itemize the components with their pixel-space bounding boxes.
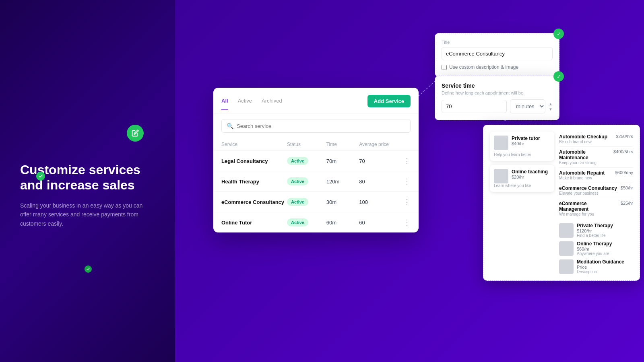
price-val-3: 60	[359, 220, 398, 226]
green-dot-pencil	[127, 125, 144, 142]
custom-desc-checkbox[interactable]	[442, 65, 447, 70]
col-service: Service	[221, 142, 287, 147]
time-val-3: 60m	[326, 220, 359, 226]
table-row: Health Therapy Active 120m 80 ⋮	[213, 171, 419, 191]
meditation-thumbnail	[559, 259, 574, 274]
tabs-container: All Active Archived Add Service	[213, 88, 419, 113]
online-teaching-desc: Learn where you like	[494, 183, 550, 188]
service-name-0: Legal Consultancy	[221, 158, 287, 164]
search-icon: 🔍	[227, 123, 233, 129]
bottom-thumbnail-list: Private Therapy $120/hr Find a better li…	[559, 223, 633, 274]
time-value-input[interactable]	[442, 100, 507, 113]
time-val-0: 70m	[326, 158, 359, 164]
service-time-card: ✓ Service time Define how long each appo…	[435, 76, 559, 120]
time-val-2: 30m	[326, 199, 359, 205]
online-therapy-thumbnail	[559, 241, 574, 256]
sli-price-4: $25/hr	[621, 201, 633, 206]
table-row: eCommerce Consultancy Active 30m 100 ⋮	[213, 191, 419, 212]
left-panel: Customize services and increase sales Sc…	[0, 0, 175, 362]
status-badge-0: Active	[287, 157, 308, 165]
private-therapy-thumbnail	[559, 223, 574, 238]
time-val-1: 120m	[326, 179, 359, 185]
col-price: Average price	[359, 142, 398, 147]
private-tutor-desc: Help you learn better	[494, 152, 550, 157]
sli-desc-2: Make it brand new	[559, 176, 605, 180]
sli-desc-0: Be rich brand new	[559, 140, 607, 144]
rbl-item-2: Meditation Guidance Price Description	[559, 259, 633, 274]
sli-desc-1: Keep your car strong	[559, 160, 610, 165]
sli-name-0: Automobile Checkup	[559, 134, 607, 140]
sli-name-4: eCommerce Management	[559, 201, 617, 212]
title-input[interactable]	[442, 47, 553, 60]
service-time-desc: Define how long each appointment will be…	[442, 90, 553, 95]
price-val-2: 100	[359, 199, 398, 205]
tab-all[interactable]: All	[221, 98, 228, 110]
online-therapy-price: $60/hr	[577, 247, 612, 251]
status-badge-1: Active	[287, 177, 308, 185]
right-panel: All Active Archived Add Service 🔍 Servic…	[175, 0, 644, 362]
search-input[interactable]	[237, 123, 405, 129]
green-dot-check-small	[36, 172, 45, 181]
service-name-1: Health Therapy	[221, 179, 287, 185]
more-button-2[interactable]: ⋮	[398, 197, 411, 206]
meditation-title: Meditation Guidance	[577, 259, 624, 265]
col-status: Status	[287, 142, 326, 147]
private-therapy-title: Private Therapy	[577, 223, 613, 228]
meditation-desc: Description	[577, 269, 624, 274]
sli-price-2: $600/day	[615, 170, 633, 175]
list-item: eCommerce Consultancy Elevate your busin…	[559, 183, 633, 198]
sli-price-1: $400/5hrs	[613, 149, 633, 154]
private-tutor-thumbnail	[494, 136, 508, 150]
col-time: Time	[326, 142, 359, 147]
table-row: Online Tutor Active 60m 60 ⋮	[213, 212, 419, 232]
private-tutor-card: Private tutor $40/hr Help you learn bett…	[490, 132, 554, 161]
time-unit-select[interactable]: minutes hours	[510, 99, 545, 113]
service-name-2: eCommerce Consultancy	[221, 199, 287, 205]
price-val-1: 80	[359, 179, 398, 185]
sli-price-3: $50/hr	[621, 185, 633, 190]
list-item: Automobile Maintenance Keep your car str…	[559, 147, 633, 168]
status-badge-3: Active	[287, 218, 308, 226]
check-badge-form: ✓	[553, 29, 564, 39]
more-button-3[interactable]: ⋮	[398, 218, 411, 227]
top-service-list: Automobile Checkup Be rich brand new $25…	[559, 132, 633, 219]
services-left-column: Private tutor $40/hr Help you learn bett…	[490, 132, 554, 274]
table-header: Service Status Time Average price	[213, 138, 419, 150]
meditation-price: Price	[577, 265, 624, 269]
more-button-1[interactable]: ⋮	[398, 177, 411, 186]
service-name-3: Online Tutor	[221, 220, 287, 226]
status-badge-2: Active	[287, 198, 308, 206]
service-table-card: All Active Archived Add Service 🔍 Servic…	[213, 88, 419, 232]
sli-name-3: eCommerce Consultancy	[559, 185, 617, 191]
sli-desc-4: We manage for you	[559, 212, 617, 216]
price-val-0: 70	[359, 158, 398, 164]
sli-desc-3: Elevate your business	[559, 191, 617, 195]
check-badge-time: ✓	[553, 71, 564, 82]
title-label: Title	[442, 40, 553, 45]
more-button-0[interactable]: ⋮	[398, 156, 411, 165]
services-list-card: Private tutor $40/hr Help you learn bett…	[483, 125, 640, 281]
add-form-card: ✓ Title Use custom description & image	[435, 33, 559, 77]
services-right-column: Automobile Checkup Be rich brand new $25…	[559, 132, 633, 274]
online-therapy-desc: Anywhere you are	[577, 251, 612, 256]
service-time-title: Service time	[442, 82, 553, 89]
add-service-button[interactable]: Add Service	[367, 95, 411, 107]
online-teaching-card: Online teaching $20/hr Learn where you l…	[490, 165, 554, 192]
list-item: eCommerce Management We manage for you $…	[559, 198, 633, 219]
time-input-row: minutes hours ▲ ▼	[442, 99, 553, 113]
table-row: Legal Consultancy Active 70m 70 ⋮	[213, 150, 419, 171]
online-teaching-thumbnail	[494, 169, 508, 183]
list-item: Automobile Repaint Make it brand new $60…	[559, 168, 633, 183]
sli-price-0: $250/hrs	[616, 134, 633, 139]
hero-description: Scaling your business in an easy way as …	[20, 201, 155, 228]
online-therapy-title: Online Therapy	[577, 241, 612, 247]
rbl-item-1: Online Therapy $60/hr Anywhere you are	[559, 241, 633, 256]
tab-active[interactable]: Active	[238, 98, 252, 110]
custom-desc-label: Use custom description & image	[449, 64, 518, 70]
time-spinners[interactable]: ▲ ▼	[549, 102, 553, 111]
sli-name-1: Automobile Maintenance	[559, 149, 610, 160]
tab-archived[interactable]: Archived	[262, 98, 282, 110]
rbl-item-0: Private Therapy $120/hr Find a better li…	[559, 223, 633, 238]
list-item: Automobile Checkup Be rich brand new $25…	[559, 132, 633, 147]
search-bar: 🔍	[221, 119, 411, 133]
